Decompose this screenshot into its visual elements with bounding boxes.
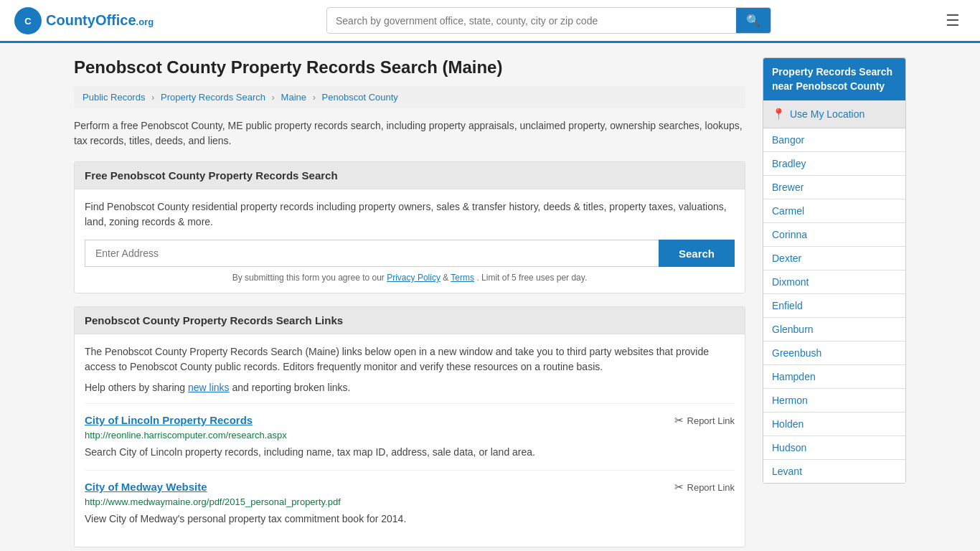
sidebar-city-dixmont[interactable]: Dixmont [763,270,905,294]
header-search-input[interactable] [327,9,736,32]
link-item: City of Lincoln Property Records ✂ Repor… [85,403,735,470]
link-item-header-1: City of Lincoln Property Records ✂ Repor… [85,414,735,427]
sidebar-city-levant[interactable]: Levant [763,460,905,483]
header-search-button[interactable]: 🔍 [736,8,771,33]
links-section-title: Penobscot County Property Records Search… [75,307,745,334]
logo-icon: C [14,7,42,34]
terms-link[interactable]: Terms [451,273,474,283]
link-title-1[interactable]: City of Lincoln Property Records [85,414,253,426]
free-search-desc: Find Penobscot County residential proper… [85,199,735,230]
breadcrumb-property-records[interactable]: Property Records Search [161,92,265,103]
free-search-section: Free Penobscot County Property Records S… [74,161,745,293]
sidebar-box: Property Records Search near Penobscot C… [763,57,906,484]
free-search-body: Find Penobscot County residential proper… [75,189,745,293]
sharing-text: Help others by sharing new links and rep… [85,382,735,393]
links-section: Penobscot County Property Records Search… [74,306,745,547]
link-title-2[interactable]: City of Medway Website [85,481,207,493]
report-link-button-2[interactable]: ✂ Report Link [674,481,735,494]
search-icon: 🔍 [746,14,760,27]
svg-text:C: C [24,16,32,27]
limit-notice: . Limit of 5 free uses per day. [476,273,587,283]
hamburger-icon: ☰ [946,11,960,29]
breadcrumb-penobscot[interactable]: Penobscot County [322,92,398,103]
sidebar-city-bangor[interactable]: Bangor [763,128,905,152]
free-search-title: Free Penobscot County Property Records S… [75,162,745,189]
sidebar-city-enfield[interactable]: Enfield [763,294,905,318]
header-search-box: 🔍 [326,7,771,34]
links-section-body: The Penobscot County Property Records Se… [75,334,745,547]
form-notice: By submitting this form you agree to our… [85,273,735,283]
sidebar-city-greenbush[interactable]: Greenbush [763,342,905,365]
link-item-header-2: City of Medway Website ✂ Report Link [85,481,735,494]
link-desc-2: View City of Medway's personal property … [85,512,735,527]
link-url-1: http://reonline.harriscomputer.com/resea… [85,430,735,441]
breadcrumb: Public Records › Property Records Search… [74,86,745,108]
sidebar-city-hermon[interactable]: Hermon [763,389,905,413]
report-link-button-1[interactable]: ✂ Report Link [674,414,735,427]
main-container: Penobscot County Property Records Search… [60,43,920,551]
link-url-2: http://www.medwaymaine.org/pdf/2015_pers… [85,496,735,507]
sidebar-city-holden[interactable]: Holden [763,413,905,436]
content-area: Penobscot County Property Records Search… [74,57,745,551]
logo-text: CountyOffice.org [46,12,154,29]
report-icon-1: ✂ [674,414,684,427]
sidebar-city-hudson[interactable]: Hudson [763,436,905,460]
breadcrumb-sep-1: › [151,92,154,103]
use-location-label: Use My Location [790,108,864,120]
menu-button[interactable]: ☰ [940,9,966,33]
breadcrumb-sep-3: › [313,92,316,103]
link-item: City of Medway Website ✂ Report Link htt… [85,470,735,537]
privacy-policy-link[interactable]: Privacy Policy [387,273,440,283]
sidebar-city-dexter[interactable]: Dexter [763,247,905,270]
sidebar-city-bradley[interactable]: Bradley [763,152,905,176]
sidebar-city-brewer[interactable]: Brewer [763,176,905,199]
sidebar-title: Property Records Search near Penobscot C… [763,58,905,100]
page-description: Perform a free Penobscot County, ME publ… [74,118,745,149]
address-search-form: Search [85,240,735,267]
report-label-2: Report Link [687,482,735,493]
report-icon-2: ✂ [674,481,684,494]
sidebar-city-corinna[interactable]: Corinna [763,223,905,247]
address-search-button[interactable]: Search [659,240,735,267]
link-desc-1: Search City of Lincoln property records,… [85,445,735,460]
logo-area: C CountyOffice.org [14,7,158,34]
report-label-1: Report Link [687,415,735,426]
header: C CountyOffice.org 🔍 ☰ [0,0,980,43]
use-my-location[interactable]: 📍 Use My Location [763,100,905,128]
page-title: Penobscot County Property Records Search… [74,57,745,77]
links-section-desc: The Penobscot County Property Records Se… [85,344,735,375]
address-input[interactable] [85,240,659,267]
form-notice-text: By submitting this form you agree to our [232,273,385,283]
new-links-link[interactable]: new links [188,382,230,393]
breadcrumb-sep-2: › [272,92,275,103]
breadcrumb-maine[interactable]: Maine [281,92,306,103]
sidebar-city-carmel[interactable]: Carmel [763,199,905,223]
sidebar-city-hampden[interactable]: Hampden [763,365,905,389]
sidebar: Property Records Search near Penobscot C… [763,57,906,551]
sidebar-city-glenburn[interactable]: Glenburn [763,318,905,342]
breadcrumb-public-records[interactable]: Public Records [83,92,145,103]
location-icon: 📍 [772,108,786,121]
